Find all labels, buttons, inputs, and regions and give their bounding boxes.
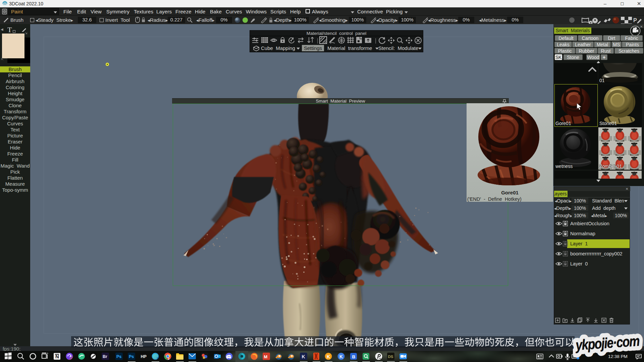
svg-text:Ps: Ps: [129, 354, 134, 359]
svg-text:K: K: [327, 354, 330, 359]
svg-text:K: K: [302, 354, 305, 359]
svg-text:DS: DS: [388, 355, 393, 359]
svg-text:P: P: [633, 17, 637, 23]
svg-text:M: M: [264, 354, 268, 359]
svg-text:K: K: [339, 354, 343, 359]
svg-text:Ps: Ps: [116, 354, 121, 359]
svg-text:B: B: [352, 354, 356, 359]
svg-text:HP: HP: [141, 354, 147, 359]
svg-text:Br: Br: [103, 354, 107, 359]
